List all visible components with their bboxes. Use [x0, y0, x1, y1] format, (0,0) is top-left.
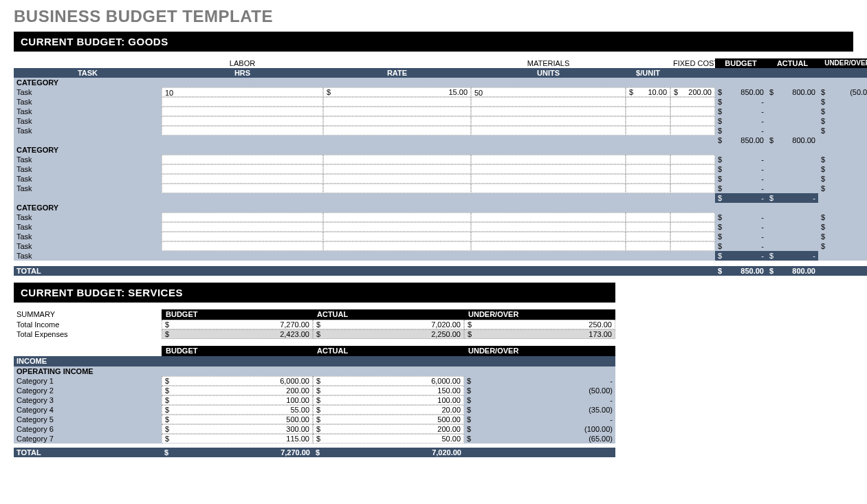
money-cell[interactable]: $-	[818, 155, 867, 164]
units-cell[interactable]	[471, 222, 626, 232]
money-cell[interactable]: $200.00	[670, 87, 715, 97]
money-cell[interactable]: $850.00	[715, 135, 767, 145]
money-cell[interactable]: $15.00	[323, 87, 471, 97]
rate-cell[interactable]	[323, 116, 471, 126]
per-unit-cell[interactable]	[626, 97, 670, 107]
rate-cell[interactable]	[323, 232, 471, 241]
money-cell[interactable]: $800.00	[767, 266, 818, 276]
money-cell[interactable]: $-	[818, 126, 867, 135]
units-cell[interactable]	[471, 116, 626, 126]
money-cell[interactable]: $-	[818, 222, 867, 232]
money-cell[interactable]: $115.00	[162, 434, 313, 443]
money-cell[interactable]: $-	[818, 107, 867, 116]
hrs-cell[interactable]: 10	[162, 87, 323, 97]
units-cell[interactable]	[471, 232, 626, 241]
hrs-cell[interactable]	[162, 97, 323, 107]
fixed-cell[interactable]	[670, 155, 715, 164]
money-cell[interactable]: $200.00	[313, 424, 464, 434]
money-cell[interactable]: $2,250.00	[313, 329, 464, 339]
money-cell[interactable]: $-	[818, 232, 867, 241]
money-cell[interactable]: $500.00	[162, 415, 313, 424]
money-cell[interactable]: $7,020.00	[313, 448, 464, 457]
money-cell[interactable]: $-	[464, 376, 615, 386]
money-cell[interactable]: $-	[767, 251, 818, 261]
money-cell[interactable]: $-	[715, 232, 767, 241]
rate-cell[interactable]	[323, 222, 471, 232]
money-cell[interactable]: $-	[818, 164, 867, 174]
money-cell[interactable]: $7,270.00	[162, 320, 313, 329]
rate-cell[interactable]	[323, 164, 471, 174]
money-cell[interactable]: $(100.00)	[464, 424, 615, 434]
fixed-cell[interactable]	[670, 107, 715, 116]
per-unit-cell[interactable]	[626, 164, 670, 174]
hrs-cell[interactable]	[162, 241, 323, 251]
money-cell[interactable]: $6,000.00	[313, 376, 464, 386]
fixed-cell[interactable]	[670, 212, 715, 222]
rate-cell[interactable]	[323, 174, 471, 184]
money-cell[interactable]: $-	[464, 395, 615, 405]
rate-cell[interactable]	[323, 241, 471, 251]
money-cell[interactable]: $(50.00)	[818, 87, 867, 97]
money-cell[interactable]: $-	[818, 174, 867, 184]
money-cell[interactable]: $-	[715, 126, 767, 135]
money-cell[interactable]: $250.00	[464, 320, 615, 329]
per-unit-cell[interactable]	[626, 232, 670, 241]
money-cell[interactable]: $-	[818, 116, 867, 126]
fixed-cell[interactable]	[670, 222, 715, 232]
hrs-cell[interactable]	[162, 212, 323, 222]
rate-cell[interactable]	[323, 107, 471, 116]
hrs-cell[interactable]	[162, 222, 323, 232]
money-cell[interactable]: $500.00	[313, 415, 464, 424]
money-cell[interactable]: $2,423.00	[162, 329, 313, 339]
money-cell[interactable]: $(35.00)	[464, 405, 615, 415]
fixed-cell[interactable]	[670, 232, 715, 241]
hrs-cell[interactable]	[162, 107, 323, 116]
money-cell[interactable]: $300.00	[162, 424, 313, 434]
money-cell[interactable]: $-	[818, 241, 867, 251]
per-unit-cell[interactable]	[626, 241, 670, 251]
per-unit-cell[interactable]	[626, 184, 670, 193]
hrs-cell[interactable]	[162, 232, 323, 241]
fixed-cell[interactable]	[670, 241, 715, 251]
fixed-cell[interactable]	[670, 184, 715, 193]
per-unit-cell[interactable]	[626, 126, 670, 135]
per-unit-cell[interactable]	[626, 107, 670, 116]
hrs-cell[interactable]	[162, 174, 323, 184]
fixed-cell[interactable]	[670, 116, 715, 126]
per-unit-cell[interactable]	[626, 174, 670, 184]
money-cell[interactable]: $-	[715, 174, 767, 184]
money-cell[interactable]: $10.00	[626, 87, 670, 97]
money-cell[interactable]: $-	[715, 184, 767, 193]
rate-cell[interactable]	[323, 212, 471, 222]
fixed-cell[interactable]	[670, 174, 715, 184]
units-cell[interactable]	[471, 212, 626, 222]
money-cell[interactable]: $850.00	[715, 266, 767, 276]
money-cell[interactable]: $800.00	[767, 87, 818, 97]
units-cell[interactable]	[471, 164, 626, 174]
money-cell[interactable]: $-	[715, 107, 767, 116]
money-cell[interactable]: $-	[715, 164, 767, 174]
hrs-cell[interactable]	[162, 126, 323, 135]
per-unit-cell[interactable]	[626, 212, 670, 222]
rate-cell[interactable]	[323, 155, 471, 164]
units-cell[interactable]	[471, 241, 626, 251]
money-cell[interactable]: $(65.00)	[464, 434, 615, 443]
money-cell[interactable]: $(50.00)	[464, 386, 615, 395]
money-cell[interactable]: $-	[715, 193, 767, 203]
money-cell[interactable]: $-	[715, 212, 767, 222]
hrs-cell[interactable]	[162, 164, 323, 174]
money-cell[interactable]: $-	[715, 116, 767, 126]
money-cell[interactable]: $173.00	[464, 329, 615, 339]
money-cell[interactable]: $100.00	[162, 395, 313, 405]
money-cell[interactable]: $50.00	[313, 434, 464, 443]
money-cell[interactable]: $-	[464, 415, 615, 424]
units-cell[interactable]	[471, 174, 626, 184]
per-unit-cell[interactable]	[626, 222, 670, 232]
per-unit-cell[interactable]	[626, 155, 670, 164]
fixed-cell[interactable]	[670, 126, 715, 135]
money-cell[interactable]: $800.00	[767, 135, 818, 145]
per-unit-cell[interactable]	[626, 116, 670, 126]
money-cell[interactable]: $-	[818, 97, 867, 107]
hrs-cell[interactable]	[162, 184, 323, 193]
units-cell[interactable]	[471, 107, 626, 116]
